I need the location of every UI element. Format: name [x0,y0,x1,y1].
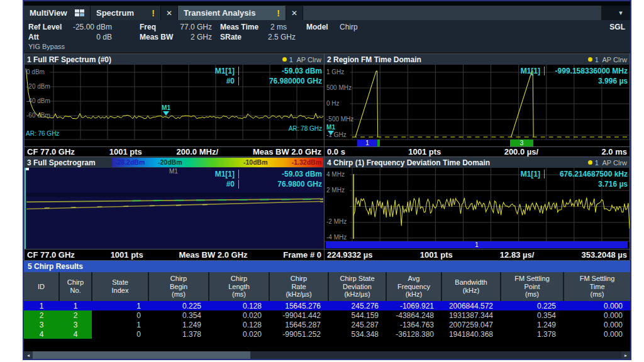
table-cell: 534.348 [328,329,386,339]
tab-transient-analysis[interactable]: Transient Analysis ! [178,6,286,20]
column-header: Avg Frequency (kHz) [386,272,441,301]
scrollbar-thumb[interactable] [33,351,250,359]
table-cell: -99051.252 [269,329,328,339]
scroll-right-button[interactable]: ▸ [621,351,630,359]
panel-3-footer: CF 77.0 GHz1001 ptsMeas BW 2.0 GHzFrame … [25,249,324,260]
footer-item: Frame # 0 [283,250,321,260]
marker-readout-row: M1[1]676.214687500 kHz [521,169,628,179]
spectrogram-color-scale[interactable]: -28.2dBm -20dBm -10dBm -1.32dBm [112,158,323,167]
panel-1-trace-badge[interactable]: 1 AP Clrw [282,56,321,63]
panel-2-trace-badge[interactable]: 1 AP Clrw [588,56,627,63]
y-axis-label: 0 Hz [326,100,340,107]
chirp-region-bar-1[interactable]: 1 [326,241,628,248]
ref-level-value[interactable]: -25.00 dBm [60,23,112,31]
marker-m1[interactable]: M1 [160,104,172,116]
tab-spectrum-label: Spectrum [96,8,134,18]
att-value[interactable]: 0 dB [60,33,112,41]
panel-1-plot-area[interactable]: M1[1]-59.03 dBm#076.980000 GHz AR: 76 GH… [25,65,324,146]
meas-bw-value[interactable]: 2 GHz [162,33,212,41]
chirp-region-bar-sliver [377,140,380,146]
channel-settings-bar: Ref Level -25.00 dBm Freq 77.0 GHz Meas … [24,20,630,53]
chirp-region-bar-1[interactable]: 1 [357,140,377,146]
tab-transient-close-button[interactable]: ✕ [286,6,303,20]
marker-name: M1[1] [521,170,545,178]
table-empty-area [24,339,630,351]
table-cell: 0.000 [564,329,630,339]
footer-item: 1001 pts [109,147,142,156]
scrollbar-track[interactable] [250,351,621,359]
chirp-results-table: IDChirp No.State IndexChirp Begin (ms)Ch… [24,272,630,339]
freq-value[interactable]: 77.0 GHz [162,23,212,31]
srate-value[interactable]: 2.5 GHz [262,33,296,41]
trace-mode-label: 1 AP Clrw [289,56,321,63]
table-cell: 1941840.368 [441,329,501,339]
table-cell: 1.249 [148,320,209,329]
marker-name: M1[1] [215,170,239,178]
table-cell: 2 [59,310,92,320]
table-row[interactable]: 3311.2490.12815645.287245.287-1364.76320… [24,320,630,329]
panel-2-footer: 0.0 s1001 pts200.0 µs/2.0 ms [325,146,630,156]
tab-spectrum-close-button[interactable]: ✕ [161,6,178,20]
y-axis-label: 1 GHz [326,69,344,75]
tab-spectrum[interactable]: Spectrum ! [91,6,161,20]
panel-3-full-spectrogram: 3 Full Spectrogram -28.2dBm -20dBm -10dB… [24,157,325,261]
freq-label: Freq [140,23,156,31]
model-value[interactable]: Chirp [340,23,358,31]
trace-active-dot-icon [588,57,592,62]
table-cell: -99041.442 [269,310,328,320]
tab-multiview[interactable]: MultiView [24,6,91,20]
column-header: Chirp Length (ms) [209,272,269,301]
chirp-region-bar-3[interactable]: 3 [510,140,533,146]
panel-4-trace-badge[interactable]: 1 AP Clrw [588,159,627,167]
panel-4-footer: 224.9332 µs1001 pts12.83 µs/353.2048 µs [325,249,630,260]
panel-3-spectrogram-area[interactable]: M1 M1[1]-59.03 dBm#076.9800 GHz [25,168,324,249]
marker-readout-row: M1[1]-59.03 dBm [215,66,322,76]
column-header: Bandwidth (kHz) [441,272,501,301]
chirp-results-section: 5 Chirp Results IDChirp No.State IndexCh… [24,261,630,351]
marker-value: 76.9800 GHz [239,180,322,189]
scroll-left-button[interactable]: ◂ [24,351,33,359]
column-header: Chirp State Deviation (kHz/µs) [328,272,386,301]
panel-1-full-rf-spectrum: 1 Full RF Spectrum (#0) 1 AP Clrw M1[1]-… [24,53,325,157]
horizontal-scrollbar[interactable]: ◂ ▸ [24,351,630,359]
table-row[interactable]: 1110.2250.12815645.276245.276-1069.92120… [24,301,630,310]
marker-value: -59.03 dBm [239,67,322,75]
panel-2-plot-area[interactable]: M1[1]-999.158336000 MHz3.996 µs M1 1 3 1… [325,65,630,146]
marker-triangle-icon [163,111,169,116]
table-cell: 1 [92,301,148,310]
panel-2-header: 2 Region FM Time Domain 1 AP Clrw [325,54,630,65]
panel-4-plot-area[interactable]: M1[1]676.214687500 kHz3.716 µs 1 4 MHz2 … [325,168,630,249]
table-cell: 0.354 [148,310,209,320]
table-cell: 0.225 [501,301,564,310]
panel-3-header: 3 Full Spectrogram -28.2dBm -20dBm -10dB… [25,157,324,168]
warning-icon: ! [277,8,280,18]
scale-mid-label: -10dBm [243,158,268,166]
column-header: FM Settling Point (ms) [501,272,564,301]
marker-value: 3.716 µs [545,180,628,189]
y-axis-label: -1 GHz [326,131,347,138]
table-cell: 0.128 [209,320,269,329]
footer-item: 1001 pts [420,250,453,260]
table-cell: 245.287 [328,320,386,329]
scale-min-label: -28.2dBm [115,158,145,166]
meas-time-value[interactable]: 2 ms [262,23,287,31]
tab-list-dropdown-button[interactable]: ▾ [611,6,630,20]
trace-mode-label: 1 AP Clrw [595,159,627,167]
table-cell: 4 [24,329,59,339]
marker-value: 3.996 µs [545,77,628,85]
footer-item: 2.0 ms [601,147,626,156]
table-row[interactable]: 2200.3540.020-99041.442544.159-43864.248… [24,310,630,320]
y-axis-label: 4 MHz [326,171,345,178]
marker-readout-row: 3.716 µs [521,179,628,189]
table-row[interactable]: 4401.3780.020-99051.252534.348-36128.380… [24,329,630,339]
footer-item: CF 77.0 GHz [27,147,75,156]
panel-1-title: 1 Full RF Spectrum (#0) [27,55,111,64]
column-header: ID [24,272,59,301]
table-cell: 2007259.047 [441,320,501,329]
panel-4-title: 4 Chirp (1) Frequency Deviation Time Dom… [327,158,490,167]
panel-1-footer: CF 77.0 GHz1001 pts200.0 MHz/Meas BW 2.0… [25,146,324,156]
analysis-region-right-label: AR: 78 GHz [289,125,322,132]
table-cell: 15645.287 [269,320,328,329]
chirp-results-title: 5 Chirp Results [24,261,630,272]
table-cell: 0.000 [564,301,630,310]
